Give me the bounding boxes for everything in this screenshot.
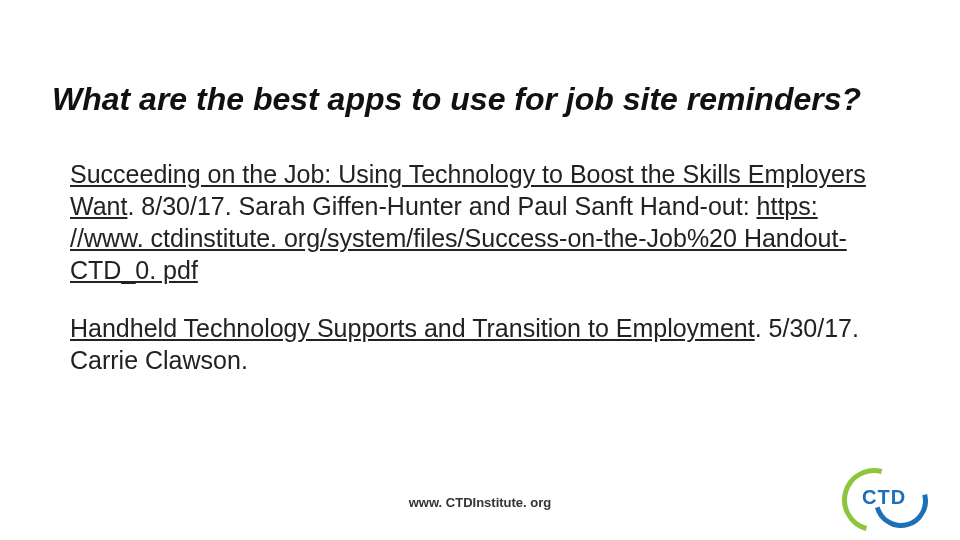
link-handheld-technology[interactable]: Handheld Technology Supports and Transit… bbox=[70, 314, 755, 342]
slide: What are the best apps to use for job si… bbox=[0, 0, 960, 540]
paragraph-2: Handheld Technology Supports and Transit… bbox=[70, 312, 895, 376]
logo-text: CTD bbox=[862, 486, 906, 509]
paragraph-1-text: . 8/30/17. Sarah Giffen-Hunter and Paul … bbox=[127, 192, 756, 220]
footer-url: www. CTDInstitute. org bbox=[0, 495, 960, 510]
paragraph-1: Succeeding on the Job: Using Technology … bbox=[70, 158, 895, 286]
ctd-logo: CTD bbox=[842, 468, 934, 526]
slide-title: What are the best apps to use for job si… bbox=[52, 80, 902, 118]
slide-body: Succeeding on the Job: Using Technology … bbox=[70, 158, 895, 376]
